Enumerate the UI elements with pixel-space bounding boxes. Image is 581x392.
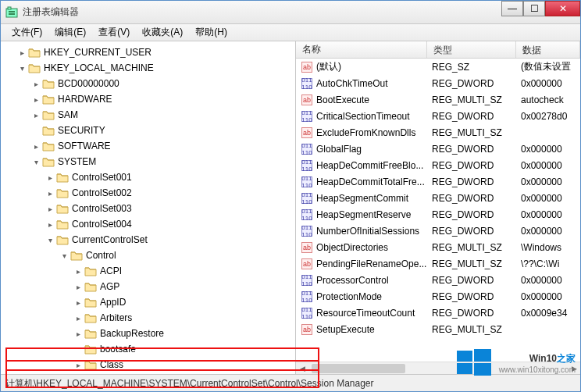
value-row[interactable]: abSetupExecuteREG_MULTI_SZ	[296, 321, 580, 337]
expand-icon[interactable]: ▸	[46, 189, 55, 198]
tree-item[interactable]: ▸ControlSet003	[1, 201, 295, 216]
tree-item[interactable]: ▸AGP	[1, 279, 295, 294]
value-name: CriticalSectionTimeout	[316, 111, 410, 122]
col-header-type[interactable]: 类型	[427, 41, 516, 58]
menu-view[interactable]: 查看(V)	[92, 24, 136, 41]
expand-icon[interactable]: ▸	[74, 314, 83, 323]
col-header-name[interactable]: 名称	[296, 41, 427, 58]
scroll-thumb[interactable]	[312, 364, 405, 373]
value-row[interactable]: 011110ResourceTimeoutCountREG_DWORD0x000…	[296, 305, 580, 321]
scroll-right-arrow[interactable]: ▶	[568, 362, 580, 374]
scroll-left-arrow[interactable]: ◀	[296, 362, 308, 374]
tree-item[interactable]: ▾Control	[1, 248, 295, 263]
maximize-button[interactable]: ☐	[523, 1, 545, 16]
collapse-icon[interactable]: ▾	[46, 236, 55, 244]
folder-icon	[42, 156, 55, 167]
value-type: REG_MULTI_SZ	[427, 127, 516, 138]
collapse-icon[interactable]: ▾	[18, 64, 27, 73]
tree-item-label: HKEY_LOCAL_MACHINE	[44, 62, 154, 73]
binary-value-icon: 011110	[301, 307, 313, 319]
tree-item[interactable]: ▸ControlSet001	[1, 169, 295, 185]
tree-pane[interactable]: ▸HKEY_CURRENT_USER▾HKEY_LOCAL_MACHINE▸BC…	[1, 41, 296, 374]
tree-item[interactable]: ▸Arbiters	[1, 310, 295, 326]
value-name: NumberOfInitialSessions	[316, 226, 419, 237]
tree-item[interactable]: ▸SAM	[1, 107, 295, 123]
expand-icon[interactable]: ▸	[32, 111, 41, 119]
collapse-icon[interactable]: ▾	[32, 158, 41, 166]
tree-item[interactable]: ▾CurrentControlSet	[1, 232, 295, 248]
value-row[interactable]: 011110HeapSegmentReserveREG_DWORD0x00000…	[296, 206, 580, 223]
folder-icon	[84, 281, 97, 292]
expand-icon[interactable]: ▸	[32, 142, 41, 151]
value-row[interactable]: abBootExecuteREG_MULTI_SZautocheck	[296, 91, 580, 108]
value-data: 0x000000	[516, 193, 580, 204]
close-button[interactable]: ✕	[545, 1, 580, 16]
value-row[interactable]: abExcludeFromKnownDllsREG_MULTI_SZ	[296, 124, 580, 141]
value-row[interactable]: 011110HeapDeCommitTotalFre...REG_DWORD0x…	[296, 173, 580, 190]
expand-icon[interactable]: ▸	[74, 267, 83, 276]
value-row[interactable]: 011110HeapDeCommitFreeBlo...REG_DWORD0x0…	[296, 157, 580, 173]
expand-icon[interactable]: ▸	[46, 205, 55, 213]
list-body[interactable]: ab(默认)REG_SZ(数值未设置011110AutoChkTimeOutRE…	[296, 59, 580, 362]
tree-item[interactable]: ▸AppID	[1, 294, 295, 310]
tree-item[interactable]: ▸BackupRestore	[1, 326, 295, 341]
expand-icon[interactable]: ▸	[46, 173, 55, 182]
folder-icon	[84, 344, 97, 355]
value-type: REG_DWORD	[427, 111, 516, 122]
tree-item[interactable]: SECURITY	[1, 123, 295, 138]
expand-icon[interactable]: ▸	[32, 95, 41, 104]
tree-item[interactable]: ▸HKEY_CURRENT_USER	[1, 45, 295, 60]
tree-item-label: Control	[86, 250, 116, 261]
expand-icon[interactable]: ▸	[32, 80, 41, 88]
value-row[interactable]: 011110CriticalSectionTimeoutREG_DWORD0x0…	[296, 108, 580, 124]
tree-item[interactable]: ▾SYSTEM	[1, 154, 295, 169]
value-name: ResourceTimeoutCount	[316, 308, 415, 319]
value-row[interactable]: 011110AutoChkTimeOutREG_DWORD0x000000	[296, 75, 580, 91]
expand-icon[interactable]: ▸	[74, 361, 83, 369]
value-row[interactable]: ab(默认)REG_SZ(数值未设置	[296, 59, 580, 75]
value-row[interactable]: 011110HeapSegmentCommitREG_DWORD0x000000	[296, 190, 580, 206]
svg-rect-1	[8, 7, 11, 9]
value-data: \Windows	[516, 242, 580, 253]
menu-favorites[interactable]: 收藏夹(A)	[136, 24, 189, 41]
horizontal-scrollbar[interactable]: ◀ ▶	[296, 362, 580, 374]
value-data: (数值未设置	[516, 60, 580, 73]
value-row[interactable]: abObjectDirectoriesREG_MULTI_SZ\Windows	[296, 239, 580, 255]
collapse-icon[interactable]: ▾	[60, 251, 69, 260]
value-row[interactable]: 011110ProtectionModeREG_DWORD0x000000	[296, 288, 580, 305]
tree-item[interactable]: ▸HARDWARE	[1, 91, 295, 107]
window-controls: — ☐ ✕	[501, 1, 580, 16]
minimize-button[interactable]: —	[501, 1, 523, 16]
expand-icon[interactable]: ▸	[74, 298, 83, 307]
folder-icon	[42, 94, 55, 105]
tree-item[interactable]: ▸SOFTWARE	[1, 138, 295, 154]
value-row[interactable]: 011110NumberOfInitialSessionsREG_DWORD0x…	[296, 223, 580, 239]
tree-item[interactable]: ▸ControlSet004	[1, 216, 295, 232]
value-data: 0x000000	[516, 160, 580, 171]
menu-file[interactable]: 文件(F)	[5, 24, 48, 41]
value-row[interactable]: abPendingFileRenameOpe...REG_MULTI_SZ\??…	[296, 255, 580, 272]
col-header-data[interactable]: 数据	[516, 41, 580, 58]
tree-item[interactable]: ▾HKEY_LOCAL_MACHINE	[1, 60, 295, 76]
value-name: GlobalFlag	[316, 144, 362, 155]
tree-item[interactable]: ▸BCD00000000	[1, 76, 295, 91]
tree-item[interactable]: ▸Class	[1, 357, 295, 372]
tree-item[interactable]: bootsafe	[1, 341, 295, 357]
expand-icon[interactable]: ▸	[74, 283, 83, 291]
menu-help[interactable]: 帮助(H)	[189, 24, 233, 41]
tree-item[interactable]: ▸ControlSet002	[1, 185, 295, 201]
tree-item[interactable]: ▸ACPI	[1, 263, 295, 279]
menu-edit[interactable]: 编辑(E)	[48, 24, 92, 41]
binary-value-icon: 011110	[301, 110, 313, 123]
binary-value-icon: 011110	[301, 225, 313, 237]
tree-item-label: Arbiters	[100, 312, 132, 323]
value-row[interactable]: 011110ProcessorControlREG_DWORD0x000000	[296, 272, 580, 288]
expand-icon[interactable]: ▸	[18, 48, 27, 57]
tree-item-label: BackupRestore	[100, 328, 164, 339]
expand-icon[interactable]: ▸	[74, 330, 83, 338]
value-name: HeapSegmentCommit	[316, 193, 408, 204]
titlebar[interactable]: 注册表编辑器 — ☐ ✕	[1, 1, 580, 24]
expand-icon[interactable]: ▸	[46, 220, 55, 229]
value-name: ProtectionMode	[316, 291, 382, 302]
value-row[interactable]: 011110GlobalFlagREG_DWORD0x000000	[296, 141, 580, 157]
